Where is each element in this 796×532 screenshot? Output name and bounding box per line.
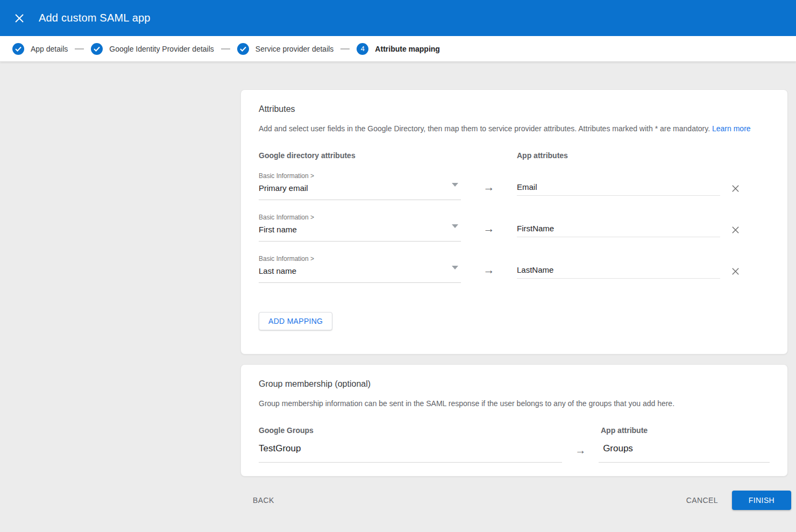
group-membership-card: Group membership (optional) Group member… — [240, 364, 788, 477]
directory-attribute-category: Basic Information > — [259, 214, 461, 221]
step-google-idp-details[interactable]: Google Identity Provider details — [91, 43, 214, 55]
attributes-card-title: Attributes — [259, 104, 770, 114]
arrow-right-icon: → — [461, 214, 517, 235]
remove-mapping-button-1[interactable] — [729, 182, 741, 194]
step-number: 4 — [361, 45, 365, 53]
step-label: Service provider details — [255, 45, 334, 53]
app-attribute-input-3[interactable] — [517, 265, 720, 279]
finish-button[interactable]: FINISH — [732, 491, 791, 510]
wizard-stepper: App details Google Identity Provider det… — [0, 36, 796, 62]
step-attribute-mapping[interactable]: 4 Attribute mapping — [357, 43, 440, 55]
check-icon — [91, 43, 103, 55]
add-mapping-button[interactable]: ADD MAPPING — [259, 312, 332, 330]
app-attribute-header: App attribute — [601, 426, 648, 435]
app-attribute-input-2[interactable] — [517, 224, 720, 237]
learn-more-link[interactable]: Learn more — [712, 124, 751, 133]
app-attributes-header: App attributes — [517, 151, 568, 160]
step-label: Attribute mapping — [375, 45, 440, 53]
google-groups-input[interactable] — [259, 443, 562, 463]
directory-attribute-category: Basic Information > — [259, 255, 461, 263]
directory-attribute-select-1[interactable]: Basic Information > Primary email — [259, 172, 461, 200]
step-label: App details — [31, 45, 68, 53]
close-icon — [731, 184, 740, 193]
group-mapping-row: → — [259, 443, 770, 463]
step-service-provider-details[interactable]: Service provider details — [237, 43, 334, 55]
google-directory-attributes-header: Google directory attributes — [259, 151, 517, 160]
step-app-details[interactable]: App details — [12, 43, 68, 55]
chevron-down-icon — [452, 224, 458, 228]
group-column-headers: Google Groups App attribute — [259, 426, 770, 435]
chevron-down-icon — [452, 183, 458, 187]
directory-attribute-select-2[interactable]: Basic Information > First name — [259, 214, 461, 242]
wizard-footer: BACK CANCEL FINISH — [240, 491, 791, 510]
remove-mapping-button-2[interactable] — [729, 224, 741, 236]
back-button[interactable]: BACK — [248, 492, 279, 509]
cancel-button[interactable]: CANCEL — [682, 492, 722, 509]
step-connector — [221, 48, 230, 49]
attributes-description-text: Add and select user fields in the Google… — [259, 124, 710, 133]
mapping-row: Basic Information > First name → — [259, 214, 770, 242]
dialog-header: Add custom SAML app — [0, 0, 796, 36]
directory-attribute-value: Last name — [259, 266, 461, 275]
remove-mapping-button-3[interactable] — [729, 265, 741, 277]
check-icon — [12, 43, 24, 55]
directory-attribute-value: First name — [259, 225, 461, 234]
chevron-down-icon — [452, 266, 458, 269]
step-number-badge: 4 — [357, 43, 368, 55]
app-attribute-input-1[interactable] — [517, 182, 720, 196]
close-icon — [731, 225, 740, 235]
arrow-right-icon: → — [461, 255, 517, 276]
directory-attribute-select-3[interactable]: Basic Information > Last name — [259, 255, 461, 283]
group-card-description: Group membership information can be sent… — [259, 398, 770, 409]
step-connector — [75, 48, 84, 49]
check-icon — [237, 43, 249, 55]
directory-attribute-category: Basic Information > — [259, 172, 461, 180]
group-card-title: Group membership (optional) — [259, 379, 770, 389]
dialog-title: Add custom SAML app — [39, 12, 151, 24]
group-app-attribute-input[interactable] — [599, 443, 770, 463]
attributes-card: Attributes Add and select user fields in… — [240, 89, 788, 354]
directory-attribute-value: Primary email — [259, 183, 461, 193]
close-icon[interactable] — [9, 8, 30, 29]
attributes-card-description: Add and select user fields in the Google… — [259, 123, 770, 134]
mapping-row: Basic Information > Primary email → — [259, 172, 770, 200]
mapping-column-headers: Google directory attributes App attribut… — [259, 151, 770, 160]
close-icon-glyph — [14, 13, 25, 24]
arrow-right-icon: → — [562, 443, 599, 457]
step-connector — [340, 48, 350, 49]
arrow-right-icon: → — [461, 172, 517, 194]
google-groups-header: Google Groups — [259, 426, 601, 435]
mapping-row: Basic Information > Last name → — [259, 255, 770, 283]
close-icon — [731, 267, 740, 276]
step-label: Google Identity Provider details — [109, 45, 214, 53]
